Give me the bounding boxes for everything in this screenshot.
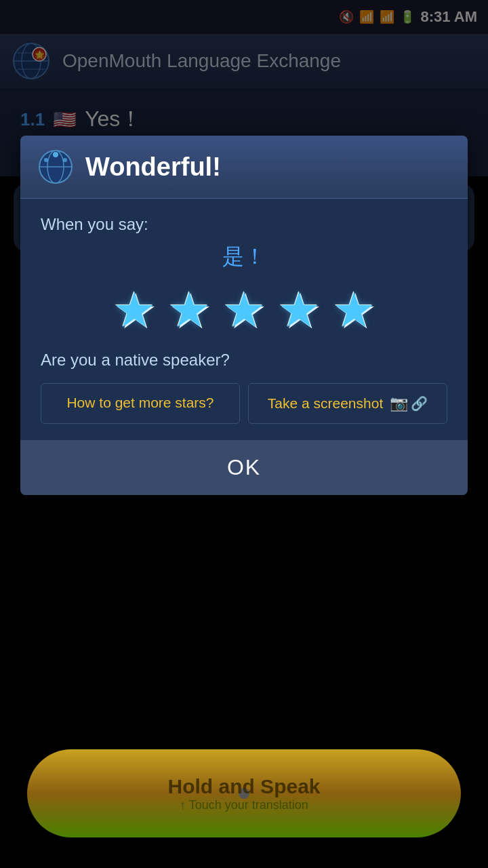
camera-icon: 📷 [390,395,408,412]
action-buttons: How to get more stars? Take a screenshot… [41,383,447,424]
more-stars-button[interactable]: How to get more stars? [41,383,240,424]
star-3[interactable]: ★ [222,285,266,334]
hold-speak-sub: ↑ Touch your translation [180,798,308,812]
star-5[interactable]: ★ [332,285,376,334]
bottom-area: Hold and Speak ↑ Touch your translation [0,719,488,868]
hold-speak-text: Hold and Speak [167,775,320,798]
screenshot-label: Take a screenshot [268,395,383,412]
star-1[interactable]: ★ [113,285,157,334]
dialog-header: Wonderful! [20,136,468,199]
ok-button[interactable]: OK [20,440,468,495]
svg-point-10 [53,152,58,157]
hold-speak-button[interactable]: Hold and Speak ↑ Touch your translation [27,749,461,837]
when-you-say-label: When you say: [41,215,447,234]
svg-point-11 [63,158,67,162]
dialog-title: Wonderful! [85,153,221,182]
dialog-phrase: 是！ [41,242,447,272]
wonderful-dialog: Wonderful! When you say: 是！ ★ ★ ★ ★ ★ Ar… [20,136,468,495]
star-2[interactable]: ★ [167,285,211,334]
dialog-logo [37,148,75,186]
native-speaker-label: Are you a native speaker? [41,351,447,370]
screenshot-button[interactable]: Take a screenshot 📷 🔗 [248,383,447,424]
dialog-body: When you say: 是！ ★ ★ ★ ★ ★ Are you a nat… [20,199,468,440]
screenshot-icons: 📷 🔗 [390,395,428,412]
dialog-footer: OK [20,440,468,495]
star-4[interactable]: ★ [277,285,321,334]
stars-rating[interactable]: ★ ★ ★ ★ ★ [41,285,447,334]
svg-point-12 [44,158,48,162]
share-icon: 🔗 [411,395,428,412]
